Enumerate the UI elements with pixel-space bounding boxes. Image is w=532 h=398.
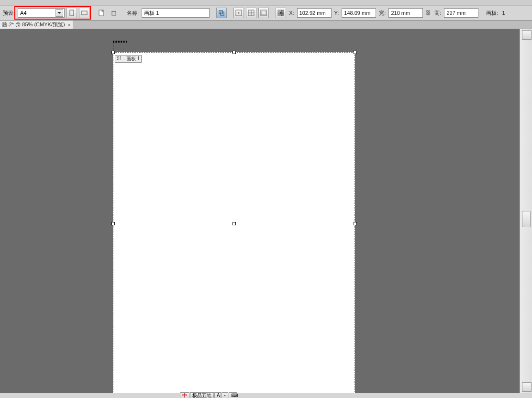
ime-name-chip[interactable]: 极品五笔 bbox=[190, 392, 214, 398]
svg-rect-17 bbox=[278, 12, 279, 14]
height-label: 高: bbox=[433, 10, 442, 17]
reference-point-button[interactable] bbox=[276, 8, 286, 18]
preset-value: A4 bbox=[20, 10, 26, 16]
crosshair-icon bbox=[248, 10, 255, 16]
window-titlebar-fragment bbox=[0, 0, 532, 5]
ime-mode-chip[interactable]: A bbox=[214, 392, 221, 398]
preset-dropdown[interactable]: A4 bbox=[18, 8, 65, 18]
trash-icon bbox=[111, 10, 117, 16]
width-value: 210 mm bbox=[391, 10, 410, 16]
ime-logo-chip[interactable]: 中 bbox=[180, 392, 189, 398]
dropdown-arrow-icon bbox=[55, 9, 63, 17]
x-input[interactable]: 102.92 mm bbox=[297, 8, 332, 18]
center-mark-icon bbox=[235, 10, 242, 16]
svg-point-8 bbox=[238, 12, 240, 14]
svg-rect-16 bbox=[282, 10, 284, 11]
y-value: 148.09 mm bbox=[344, 10, 370, 16]
scrollbar-thumb[interactable] bbox=[522, 211, 531, 227]
artboard-container: 01 - 画板 1 bbox=[113, 41, 371, 100]
delete-artboard-button[interactable] bbox=[109, 8, 119, 18]
new-page-icon bbox=[98, 10, 105, 16]
show-center-button[interactable] bbox=[233, 8, 244, 18]
show-crosshair-button[interactable] bbox=[246, 8, 256, 18]
svg-rect-0 bbox=[70, 10, 74, 16]
landscape-icon bbox=[81, 10, 88, 16]
y-label: Y: bbox=[333, 10, 340, 16]
svg-rect-3 bbox=[112, 11, 116, 15]
portrait-icon bbox=[68, 10, 75, 16]
new-artboard-button[interactable] bbox=[96, 8, 107, 18]
width-label: 宽: bbox=[378, 10, 387, 17]
safe-area-icon bbox=[260, 10, 267, 16]
close-tab-icon[interactable]: × bbox=[68, 22, 71, 28]
move-copy-artwork-button[interactable] bbox=[216, 8, 227, 18]
handle-nw[interactable] bbox=[111, 51, 115, 54]
ime-bar: 中 极品五笔 A ·· ⌨ bbox=[180, 392, 238, 398]
document-tab-title: 题-2* @ 85% (CMYK/预览) bbox=[2, 21, 65, 28]
svg-rect-1 bbox=[81, 11, 87, 15]
svg-rect-14 bbox=[278, 10, 279, 11]
show-safe-area-button[interactable] bbox=[258, 8, 269, 18]
control-bar: 预设: A4 名称: 画板 1 X: bbox=[0, 5, 532, 21]
svg-rect-21 bbox=[280, 14, 282, 16]
name-label: 名称: bbox=[126, 10, 140, 17]
svg-rect-13 bbox=[262, 11, 266, 15]
x-label: X: bbox=[288, 10, 295, 16]
ime-keyboard-chip[interactable]: ⌨ bbox=[229, 392, 237, 398]
artboard-name-input[interactable]: 画板 1 bbox=[142, 8, 210, 18]
svg-rect-18 bbox=[280, 12, 282, 14]
guide-line bbox=[113, 42, 127, 43]
reference-point-icon bbox=[277, 10, 284, 16]
document-tab[interactable]: 题-2* @ 85% (CMYK/预览) × bbox=[0, 21, 73, 29]
height-value: 297 mm bbox=[446, 10, 466, 16]
document-tab-bar: 题-2* @ 85% (CMYK/预览) × bbox=[0, 21, 532, 29]
link-wh-icon[interactable]: ⛓ bbox=[425, 10, 432, 16]
y-input[interactable]: 148.09 mm bbox=[342, 8, 376, 18]
artboard-count-value: 1 bbox=[501, 10, 506, 16]
x-value: 102.92 mm bbox=[299, 10, 326, 16]
vertical-scrollbar[interactable] bbox=[520, 29, 532, 393]
ime-punct-chip[interactable]: ·· bbox=[222, 392, 228, 398]
svg-rect-20 bbox=[278, 14, 279, 16]
svg-rect-22 bbox=[282, 14, 284, 16]
handle-center[interactable] bbox=[233, 222, 236, 225]
canvas[interactable]: 01 - 画板 1 bbox=[0, 29, 520, 393]
artboard-label: 01 - 画板 1 bbox=[115, 55, 142, 63]
height-input[interactable]: 297 mm bbox=[444, 8, 478, 18]
width-input[interactable]: 210 mm bbox=[388, 8, 423, 18]
handle-ne[interactable] bbox=[354, 51, 357, 54]
handle-n[interactable] bbox=[233, 51, 236, 54]
orientation-portrait-button[interactable] bbox=[66, 8, 77, 18]
svg-rect-19 bbox=[282, 12, 284, 14]
artboard-count-label: 画板: bbox=[485, 10, 499, 17]
handle-e[interactable] bbox=[354, 222, 357, 225]
svg-rect-15 bbox=[280, 10, 282, 11]
artboard-name-value: 画板 1 bbox=[144, 10, 159, 17]
move-artwork-icon bbox=[218, 10, 225, 16]
status-bar bbox=[0, 393, 532, 398]
orientation-landscape-button[interactable] bbox=[79, 8, 89, 18]
handle-w[interactable] bbox=[111, 222, 115, 225]
preset-label: 预设: bbox=[2, 10, 16, 17]
